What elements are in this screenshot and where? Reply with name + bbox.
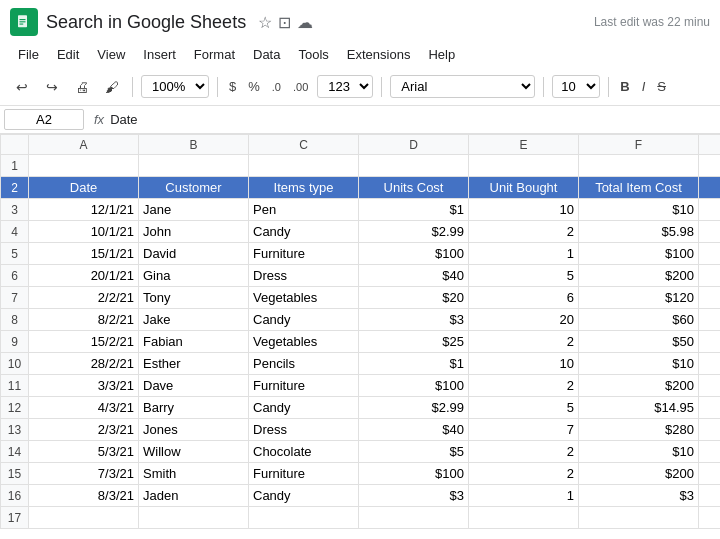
cell-total[interactable]: $10: [579, 199, 699, 221]
cell-total[interactable]: $200: [579, 463, 699, 485]
table-row[interactable]: 515/1/21DavidFurniture$1001$100: [1, 243, 721, 265]
cloud-icon[interactable]: ☁: [297, 13, 313, 32]
cell-items[interactable]: [249, 507, 359, 529]
cell-total[interactable]: $14.95: [579, 397, 699, 419]
paint-format-button[interactable]: 🖌: [98, 73, 126, 101]
cell-date[interactable]: 2/2/21: [29, 287, 139, 309]
cell-unit-bought[interactable]: 2: [469, 441, 579, 463]
cell-customer[interactable]: Dave: [139, 375, 249, 397]
row-header[interactable]: 8: [1, 309, 29, 331]
cell-reference-input[interactable]: [4, 109, 84, 130]
cell-unit-bought[interactable]: 7: [469, 419, 579, 441]
cell-total[interactable]: $200: [579, 265, 699, 287]
row-header[interactable]: 10: [1, 353, 29, 375]
cell-unit-bought[interactable]: 2: [469, 331, 579, 353]
table-row[interactable]: 17: [1, 507, 721, 529]
cell-units-cost[interactable]: $25: [359, 331, 469, 353]
cell-unit-bought[interactable]: 10: [469, 199, 579, 221]
zoom-selector[interactable]: 100% 75% 50% 125% 150%: [141, 75, 209, 98]
cell-units-cost[interactable]: $100: [359, 243, 469, 265]
table-row[interactable]: 145/3/21WillowChocolate$52$10: [1, 441, 721, 463]
cell-date[interactable]: 15/2/21: [29, 331, 139, 353]
table-row[interactable]: 1: [1, 155, 721, 177]
cell-customer[interactable]: David: [139, 243, 249, 265]
menu-format[interactable]: Format: [186, 44, 243, 65]
cell-date[interactable]: 28/2/21: [29, 353, 139, 375]
menu-file[interactable]: File: [10, 44, 47, 65]
font-size-selector[interactable]: 10 8 12 14: [552, 75, 600, 98]
cell-items[interactable]: Furniture: [249, 243, 359, 265]
cell-units-cost[interactable]: $1: [359, 353, 469, 375]
table-row[interactable]: 915/2/21FabianVegetables$252$50: [1, 331, 721, 353]
menu-data[interactable]: Data: [245, 44, 288, 65]
cell-date[interactable]: 3/3/21: [29, 375, 139, 397]
cell-items[interactable]: Furniture: [249, 463, 359, 485]
row-header[interactable]: 14: [1, 441, 29, 463]
table-row[interactable]: 312/1/21JanePen$110$10: [1, 199, 721, 221]
cell-total[interactable]: $10: [579, 441, 699, 463]
print-button[interactable]: 🖨: [68, 73, 96, 101]
cell-units-cost[interactable]: $5: [359, 441, 469, 463]
cell-items[interactable]: Dress: [249, 419, 359, 441]
cell-unit-bought[interactable]: [469, 155, 579, 177]
cell-unit-bought[interactable]: 10: [469, 353, 579, 375]
cell-total[interactable]: $60: [579, 309, 699, 331]
cell-items[interactable]: Vegetables: [249, 287, 359, 309]
cell-unit-bought[interactable]: 5: [469, 397, 579, 419]
table-row[interactable]: 88/2/21JakeCandy$320$60: [1, 309, 721, 331]
cell-total[interactable]: $3: [579, 485, 699, 507]
header-cell[interactable]: Units Cost: [359, 177, 469, 199]
cell-customer[interactable]: Smith: [139, 463, 249, 485]
italic-button[interactable]: I: [637, 77, 651, 96]
cell-units-cost[interactable]: $100: [359, 375, 469, 397]
cell-date[interactable]: [29, 155, 139, 177]
menu-help[interactable]: Help: [420, 44, 463, 65]
cell-items[interactable]: Furniture: [249, 375, 359, 397]
currency-button[interactable]: $: [224, 77, 241, 96]
cell-total[interactable]: [579, 507, 699, 529]
row-header[interactable]: 6: [1, 265, 29, 287]
table-row[interactable]: 2DateCustomerItems typeUnits CostUnit Bo…: [1, 177, 721, 199]
strikethrough-button[interactable]: S: [652, 77, 671, 96]
cell-date[interactable]: 2/3/21: [29, 419, 139, 441]
cell-units-cost[interactable]: $100: [359, 463, 469, 485]
cell-customer[interactable]: [139, 507, 249, 529]
menu-extensions[interactable]: Extensions: [339, 44, 419, 65]
cell-unit-bought[interactable]: 5: [469, 265, 579, 287]
cell-items[interactable]: Candy: [249, 485, 359, 507]
header-cell[interactable]: Total Item Cost: [579, 177, 699, 199]
cell-unit-bought[interactable]: 1: [469, 485, 579, 507]
cell-date[interactable]: 5/3/21: [29, 441, 139, 463]
row-header[interactable]: 5: [1, 243, 29, 265]
row-header[interactable]: 4: [1, 221, 29, 243]
cell-items[interactable]: Pen: [249, 199, 359, 221]
cell-units-cost[interactable]: $40: [359, 419, 469, 441]
folder-icon[interactable]: ⊡: [278, 13, 291, 32]
row-header[interactable]: 9: [1, 331, 29, 353]
table-row[interactable]: 1028/2/21EstherPencils$110$10: [1, 353, 721, 375]
menu-insert[interactable]: Insert: [135, 44, 184, 65]
cell-unit-bought[interactable]: 1: [469, 243, 579, 265]
row-header[interactable]: 13: [1, 419, 29, 441]
col-header-e[interactable]: E: [469, 135, 579, 155]
cell-date[interactable]: 20/1/21: [29, 265, 139, 287]
cell-items[interactable]: Vegetables: [249, 331, 359, 353]
bold-button[interactable]: B: [615, 77, 634, 96]
table-row[interactable]: 113/3/21DaveFurniture$1002$200: [1, 375, 721, 397]
cell-total[interactable]: $5.98: [579, 221, 699, 243]
cell-customer[interactable]: Jaden: [139, 485, 249, 507]
cell-customer[interactable]: Gina: [139, 265, 249, 287]
menu-tools[interactable]: Tools: [290, 44, 336, 65]
cell-items[interactable]: Pencils: [249, 353, 359, 375]
row-header[interactable]: 12: [1, 397, 29, 419]
cell-date[interactable]: 4/3/21: [29, 397, 139, 419]
cell-total[interactable]: $50: [579, 331, 699, 353]
cell-date[interactable]: 7/3/21: [29, 463, 139, 485]
table-row[interactable]: 620/1/21GinaDress$405$200: [1, 265, 721, 287]
cell-customer[interactable]: Esther: [139, 353, 249, 375]
table-row[interactable]: 168/3/21JadenCandy$31$3: [1, 485, 721, 507]
table-row[interactable]: 124/3/21BarryCandy$2.995$14.95: [1, 397, 721, 419]
font-selector[interactable]: Arial Times New Roman Courier New: [390, 75, 535, 98]
cell-customer[interactable]: Jane: [139, 199, 249, 221]
cell-unit-bought[interactable]: 6: [469, 287, 579, 309]
